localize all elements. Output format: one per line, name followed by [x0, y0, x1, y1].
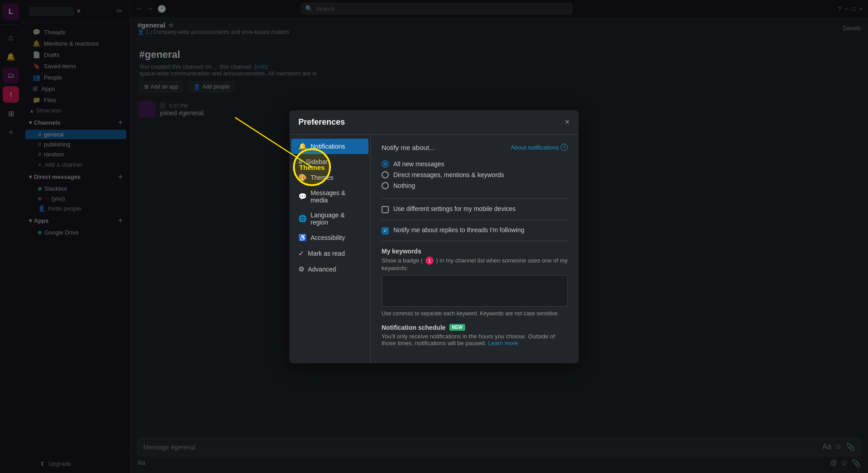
pref-nav-language[interactable]: 🌐 Language & region: [291, 208, 368, 229]
radio-circle-all: [382, 160, 389, 168]
pref-content: Notify me about... About notifications ?…: [371, 135, 579, 363]
notifications-nav-icon: 🔔: [298, 142, 307, 150]
radio-circle-nothing: [382, 182, 389, 189]
preferences-modal: Preferences × 🔔 Notifications ≡ Sidebar …: [289, 110, 579, 363]
pref-nav-sidebar[interactable]: ≡ Sidebar: [291, 155, 368, 169]
schedule-desc: You'll only receive notifications in the…: [382, 333, 568, 347]
radio-nothing[interactable]: Nothing: [382, 180, 568, 191]
checkbox-thread-replies[interactable]: ✓ Notify me about replies to threads I'm…: [382, 226, 568, 234]
keywords-label: My keywords: [382, 248, 568, 255]
checkbox-thread-box: ✓: [382, 227, 389, 234]
modal-close-btn[interactable]: ×: [565, 118, 570, 126]
radio-circle-dm: [382, 171, 389, 178]
modal-title: Preferences: [298, 117, 345, 127]
pref-nav: 🔔 Notifications ≡ Sidebar 🎨 Themes 💬 Mes…: [289, 135, 371, 363]
themes-nav-icon: 🎨: [298, 173, 307, 182]
schedule-title: Notification schedule NEW: [382, 324, 568, 331]
schedule-new-badge: NEW: [449, 324, 465, 331]
divider-3: [382, 241, 568, 241]
modal-header: Preferences ×: [289, 110, 579, 135]
divider-1: [382, 198, 568, 199]
language-nav-icon: 🌐: [298, 215, 307, 223]
keywords-textarea[interactable]: [382, 275, 568, 307]
keywords-badge: 1: [425, 257, 434, 265]
markasread-nav-icon: ✓: [298, 249, 304, 258]
about-notifications-link[interactable]: About notifications ?: [511, 144, 568, 151]
pref-section-title: Notify me about... About notifications ?: [382, 144, 568, 151]
checkbox-mobile-settings[interactable]: Use different settings for my mobile dev…: [382, 205, 568, 213]
keywords-desc: Show a badge ( 1 ) in my channel list wh…: [382, 257, 568, 272]
divider-2: [382, 220, 568, 220]
advanced-nav-icon: ⚙: [298, 265, 304, 273]
checkbox-mobile-box: [382, 206, 389, 213]
pref-nav-advanced[interactable]: ⚙ Advanced: [291, 262, 368, 277]
radio-all-messages[interactable]: All new messages: [382, 159, 568, 169]
notification-schedule: Notification schedule NEW You'll only re…: [382, 324, 568, 347]
pref-nav-themes[interactable]: 🎨 Themes: [291, 170, 368, 185]
pref-nav-accessibility[interactable]: ♿ Accessibility: [291, 230, 368, 245]
notify-section-heading: Notify me about...: [382, 144, 435, 151]
about-notifications-help-icon: ?: [561, 144, 568, 151]
learn-more-link[interactable]: Learn more: [488, 340, 518, 347]
pref-nav-notifications[interactable]: 🔔 Notifications: [291, 139, 368, 154]
messages-nav-icon: 💬: [298, 192, 307, 201]
radio-group-notifications: All new messages Direct messages, mentio…: [382, 159, 568, 191]
modal-overlay[interactable]: Preferences × 🔔 Notifications ≡ Sidebar …: [0, 0, 868, 473]
modal-body: 🔔 Notifications ≡ Sidebar 🎨 Themes 💬 Mes…: [289, 135, 579, 363]
pref-nav-markasread[interactable]: ✓ Mark as read: [291, 246, 368, 261]
radio-dm-mentions[interactable]: Direct messages, mentions & keywords: [382, 169, 568, 180]
pref-nav-messages[interactable]: 💬 Messages & media: [291, 186, 368, 207]
keywords-hint: Use commas to separate each keyword. Key…: [382, 310, 568, 317]
sidebar-nav-icon: ≡: [298, 158, 302, 166]
accessibility-nav-icon: ♿: [298, 234, 307, 242]
